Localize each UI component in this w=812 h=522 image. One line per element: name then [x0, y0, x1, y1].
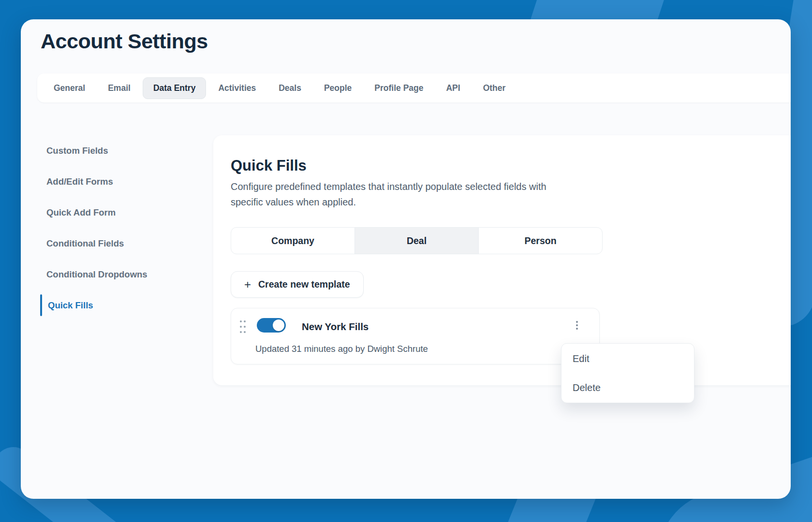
template-meta: Updated 31 minutes ago by Dwight Schrute — [255, 343, 428, 355]
account-settings-window: Account Settings General Email Data Entr… — [21, 19, 791, 499]
sidebar-item-custom-fields[interactable]: Custom Fields — [40, 144, 200, 157]
sidebar-item-conditional-fields[interactable]: Conditional Fields — [40, 237, 200, 250]
menu-item-delete[interactable]: Delete — [561, 373, 694, 402]
tab-people[interactable]: People — [324, 83, 352, 93]
more-options-icon[interactable] — [575, 320, 579, 331]
tab-deals[interactable]: Deals — [279, 83, 301, 93]
quick-fills-panel: Quick Fills Configure predefined templat… — [213, 135, 791, 385]
toggle-knob — [273, 319, 284, 331]
create-template-button[interactable]: + Create new template — [231, 271, 364, 298]
section-description: Configure predefined templates that inst… — [231, 179, 567, 210]
sidebar-item-add-edit-forms[interactable]: Add/Edit Forms — [40, 175, 200, 188]
menu-item-edit[interactable]: Edit — [561, 344, 694, 373]
sidebar-item-quick-add-form[interactable]: Quick Add Form — [40, 206, 200, 219]
create-template-label: Create new template — [258, 279, 350, 290]
settings-tab-bar: General Email Data Entry Activities Deal… — [37, 73, 791, 102]
tab-other[interactable]: Other — [483, 83, 506, 93]
entity-type-segmented-control: Company Deal Person — [231, 227, 603, 254]
tab-general[interactable]: General — [54, 83, 85, 93]
settings-sidebar: Custom Fields Add/Edit Forms Quick Add F… — [40, 144, 200, 330]
template-name: New York Fills — [302, 320, 369, 333]
section-title: Quick Fills — [231, 158, 307, 174]
tab-email[interactable]: Email — [108, 83, 131, 93]
segment-deal[interactable]: Deal — [354, 228, 478, 254]
tab-profile-page[interactable]: Profile Page — [374, 83, 423, 93]
drag-handle-icon[interactable] — [240, 320, 246, 333]
template-enabled-toggle[interactable] — [257, 318, 286, 333]
sidebar-item-quick-fills[interactable]: Quick Fills — [40, 299, 200, 312]
template-row: New York Fills Updated 31 minutes ago by… — [231, 308, 600, 364]
tab-api[interactable]: API — [446, 83, 460, 93]
tab-activities[interactable]: Activities — [218, 83, 256, 93]
desktop-background: Account Settings General Email Data Entr… — [0, 0, 812, 522]
context-menu: Edit Delete — [561, 343, 694, 403]
plus-icon: + — [244, 279, 251, 290]
segment-company[interactable]: Company — [231, 228, 354, 254]
segment-person[interactable]: Person — [478, 228, 602, 254]
page-title: Account Settings — [41, 29, 208, 53]
sidebar-item-conditional-dropdowns[interactable]: Conditional Dropdowns — [40, 268, 200, 281]
tab-data-entry[interactable]: Data Entry — [143, 77, 207, 99]
